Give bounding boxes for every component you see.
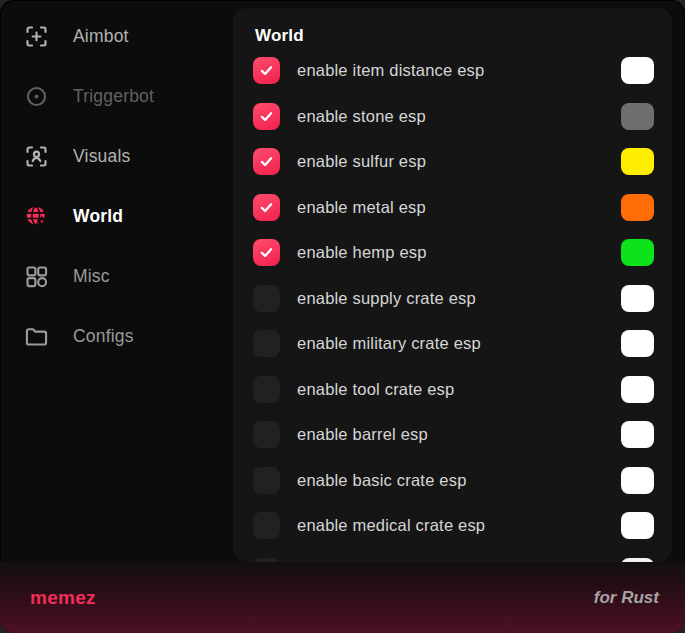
setting-row: enable hemp esp xyxy=(253,230,654,276)
sidebar-item-label: Misc xyxy=(73,266,110,287)
setting-row: enable stone esp xyxy=(253,94,654,140)
brand-logo-text: memez xyxy=(30,587,96,609)
setting-label: enable tool crate esp xyxy=(297,380,454,399)
checkbox[interactable] xyxy=(253,512,280,539)
sidebar-item-visuals[interactable]: Visuals xyxy=(0,126,233,186)
setting-label: enable metal esp xyxy=(297,198,426,217)
footer-tagline: for Rust xyxy=(594,588,659,608)
sidebar-item-configs[interactable]: Configs xyxy=(0,306,233,366)
setting-label: enable barrel esp xyxy=(297,425,428,444)
sidebar-item-world[interactable]: World xyxy=(0,186,233,246)
color-swatch[interactable] xyxy=(621,376,654,403)
setting-row xyxy=(253,549,654,563)
color-swatch[interactable] xyxy=(621,512,654,539)
setting-row: enable military crate esp xyxy=(253,321,654,367)
sidebar-item-triggerbot[interactable]: Triggerbot xyxy=(0,66,233,126)
color-swatch[interactable] xyxy=(621,57,654,84)
sidebar-item-label: Triggerbot xyxy=(73,86,154,107)
world-settings-panel[interactable]: World enable item distance espenable sto… xyxy=(233,8,672,562)
setting-row: enable tool crate esp xyxy=(253,367,654,413)
sidebar-item-label: World xyxy=(73,206,123,227)
setting-label: enable stone esp xyxy=(297,107,426,126)
color-swatch[interactable] xyxy=(621,239,654,266)
setting-label: enable medical crate esp xyxy=(297,516,485,535)
world-icon xyxy=(22,202,50,230)
checkbox[interactable] xyxy=(253,148,280,175)
setting-row: enable barrel esp xyxy=(253,412,654,458)
setting-row: enable medical crate esp xyxy=(253,503,654,549)
setting-row: enable metal esp xyxy=(253,185,654,231)
setting-label: enable supply crate esp xyxy=(297,289,476,308)
color-swatch[interactable] xyxy=(621,285,654,312)
footer-bar: memez for Rust xyxy=(0,562,685,633)
checkbox[interactable] xyxy=(253,57,280,84)
setting-label: enable item distance esp xyxy=(297,61,484,80)
checkbox[interactable] xyxy=(253,421,280,448)
color-swatch[interactable] xyxy=(621,421,654,448)
color-swatch[interactable] xyxy=(621,330,654,357)
checkbox[interactable] xyxy=(253,285,280,312)
checkbox[interactable] xyxy=(253,194,280,221)
sidebar-item-label: Aimbot xyxy=(73,26,129,47)
checkbox[interactable] xyxy=(253,239,280,266)
settings-list: enable item distance espenable stone esp… xyxy=(253,48,654,562)
aimbot-icon xyxy=(22,22,50,50)
checkbox[interactable] xyxy=(253,103,280,130)
color-swatch[interactable] xyxy=(621,103,654,130)
setting-row: enable sulfur esp xyxy=(253,139,654,185)
setting-label: enable military crate esp xyxy=(297,334,481,353)
setting-row: enable supply crate esp xyxy=(253,276,654,322)
checkbox[interactable] xyxy=(253,376,280,403)
setting-label: enable sulfur esp xyxy=(297,152,426,171)
setting-label: enable basic crate esp xyxy=(297,471,467,490)
color-swatch[interactable] xyxy=(621,148,654,175)
page-title: World xyxy=(253,20,654,48)
visuals-icon xyxy=(22,142,50,170)
checkbox[interactable] xyxy=(253,330,280,357)
color-swatch[interactable] xyxy=(621,467,654,494)
sidebar-item-aimbot[interactable]: Aimbot xyxy=(0,6,233,66)
checkbox[interactable] xyxy=(253,467,280,494)
sidebar-item-label: Visuals xyxy=(73,146,131,167)
setting-row: enable item distance esp xyxy=(253,48,654,94)
sidebar-item-misc[interactable]: Misc xyxy=(0,246,233,306)
sidebar-item-label: Configs xyxy=(73,326,134,347)
triggerbot-icon xyxy=(22,82,50,110)
configs-icon xyxy=(22,322,50,350)
color-swatch[interactable] xyxy=(621,194,654,221)
misc-icon xyxy=(22,262,50,290)
sidebar: AimbotTriggerbotVisualsWorldMiscConfigs xyxy=(0,6,233,366)
setting-row: enable basic crate esp xyxy=(253,458,654,504)
setting-label: enable hemp esp xyxy=(297,243,427,262)
cheat-menu-window: AimbotTriggerbotVisualsWorldMiscConfigs … xyxy=(0,0,685,633)
